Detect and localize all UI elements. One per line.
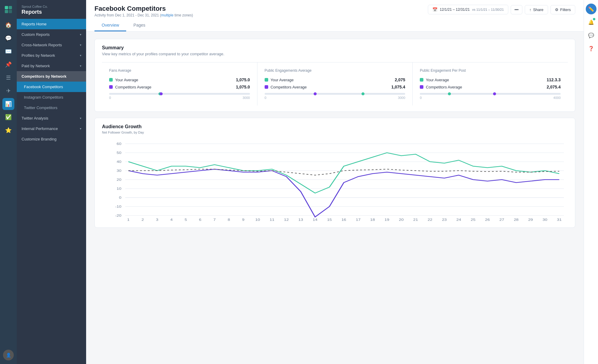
sidebar-item-twitter-analysis[interactable]: Twitter Analysis ▾: [17, 113, 86, 123]
svg-rect-2: [5, 10, 8, 13]
svg-text:60: 60: [117, 142, 121, 146]
comp-marker: [314, 92, 317, 95]
your-average-label: Your Average: [426, 78, 449, 82]
tab-pages[interactable]: Pages: [126, 20, 152, 31]
metric-label: Public Engagement Per Post: [420, 68, 561, 73]
your-average-value: 2,075: [395, 77, 405, 82]
sidebar-item-competitors-by-network[interactable]: Competitors by Network: [17, 71, 86, 82]
sidebar-item-twitter-competitors[interactable]: Twitter Competitors: [17, 103, 86, 113]
metric-public-engagements: Public Engagements Average Your Average …: [257, 62, 413, 105]
page-subtitle: Activity from Dec 1, 2021 - Dec 31, 2021…: [94, 13, 193, 17]
slider-labels: 0 3000: [265, 96, 405, 100]
metric-label: Public Engagements Average: [265, 68, 405, 73]
sidebar-item-label: Twitter Analysis: [22, 116, 48, 120]
sidebar-item-customize-branding[interactable]: Customize Branding: [17, 134, 86, 144]
svg-text:3: 3: [156, 218, 158, 221]
summary-title: Summary: [102, 45, 568, 51]
your-average-label: Your Average: [115, 78, 138, 82]
nav-icon-inbox[interactable]: 💬: [2, 32, 14, 44]
comp-average-row: Competitors Average 1,075.0: [109, 85, 250, 89]
nav-icon-pin[interactable]: 📌: [2, 59, 14, 71]
svg-text:18: 18: [370, 218, 375, 221]
sidebar-item-reports-home[interactable]: Reports Home: [17, 19, 86, 29]
metrics-row: Fans Average Your Average 1,075.0 Compet…: [102, 62, 568, 105]
page-header: Facebook Competitors Activity from Dec 1…: [86, 0, 584, 32]
date-range-button[interactable]: 📅 12/1/21 – 12/31/21 vs 11/1/21 – 11/30/…: [428, 5, 508, 14]
nav-icon-home[interactable]: 🏠: [2, 19, 14, 31]
sidebar-item-label: Internal Performance: [22, 126, 58, 131]
sidebar-item-facebook-competitors[interactable]: Facebook Competitors: [17, 82, 86, 92]
svg-rect-3: [9, 10, 12, 13]
sidebar-item-label: Competitors by Network: [22, 74, 66, 79]
sidebar-item-cross-network[interactable]: Cross-Network Reports ▾: [17, 40, 86, 50]
svg-text:40: 40: [117, 160, 121, 164]
dotted-line: [128, 169, 559, 175]
nav-icon-reports[interactable]: 📊: [2, 98, 14, 110]
svg-rect-1: [9, 6, 12, 9]
slider-labels: 0 4000: [420, 96, 561, 100]
right-icon-compose[interactable]: ✏️: [586, 4, 597, 14]
svg-text:23: 23: [442, 218, 447, 221]
right-icon-chat[interactable]: 💬: [586, 30, 597, 41]
svg-text:10: 10: [255, 218, 260, 221]
svg-text:31: 31: [557, 218, 562, 221]
svg-text:1: 1: [127, 218, 129, 221]
audience-growth-chart: 60 50 40 30 20: [102, 138, 568, 221]
right-icon-help[interactable]: ❓: [586, 43, 597, 54]
right-icon-notifications[interactable]: 🔔: [586, 17, 597, 27]
slider-labels: 0 3000: [109, 96, 250, 100]
section-title: Reports: [22, 9, 81, 15]
ellipsis-icon: •••: [515, 7, 519, 12]
svg-text:14: 14: [313, 218, 318, 221]
sidebar-header: Sprout Coffee Co. Reports: [17, 0, 86, 19]
audience-growth-title: Audience Growth: [102, 124, 568, 129]
svg-text:50: 50: [117, 151, 121, 155]
svg-text:-20: -20: [115, 214, 121, 218]
chart-label: Net Follower Growth, by Day: [102, 131, 568, 134]
nav-icon-send[interactable]: ✈: [2, 85, 14, 97]
header-actions: 📅 12/1/21 – 12/31/21 vs 11/1/21 – 11/30/…: [428, 5, 575, 14]
your-marker: [361, 92, 364, 95]
share-button[interactable]: ↑ Share: [525, 5, 548, 14]
svg-text:27: 27: [499, 218, 504, 221]
teal-line: [128, 153, 559, 193]
filter-label: Filters: [560, 7, 571, 12]
timezone-link[interactable]: multiple: [161, 13, 173, 17]
slider-track: [420, 93, 561, 95]
svg-text:11: 11: [270, 218, 274, 221]
sidebar-item-instagram-competitors[interactable]: Instagram Competitors: [17, 92, 86, 103]
svg-text:19: 19: [385, 218, 389, 221]
your-average-row: Your Average 2,075: [265, 77, 405, 82]
sidebar-item-label: Instagram Competitors: [24, 95, 63, 100]
purple-dot-icon: [265, 85, 268, 89]
nav-icon-list[interactable]: ☰: [2, 72, 14, 84]
teal-dot-icon: [420, 78, 423, 82]
svg-text:16: 16: [341, 218, 346, 221]
svg-text:9: 9: [242, 218, 245, 221]
svg-text:6: 6: [199, 218, 202, 221]
tabs: Overview Pages: [94, 20, 575, 31]
comp-marker: [160, 92, 163, 95]
more-options-button[interactable]: •••: [511, 5, 523, 14]
nav-icon-tasks[interactable]: ✅: [2, 111, 14, 123]
slider-track: [265, 93, 405, 95]
chevron-down-icon: ▾: [80, 33, 81, 36]
nav-icon-compose[interactable]: ✉️: [2, 45, 14, 57]
icon-bar: 🏠 💬 ✉️ 📌 ☰ ✈ 📊 ✅ ⭐ 👤: [0, 0, 17, 364]
sidebar-item-paid-by-network[interactable]: Paid by Network ▾: [17, 61, 86, 71]
tab-overview[interactable]: Overview: [94, 20, 126, 31]
chevron-down-icon: ▾: [80, 117, 81, 120]
filter-button[interactable]: ⚙ Filters: [550, 5, 575, 14]
sidebar: Sprout Coffee Co. Reports Reports Home C…: [17, 0, 86, 364]
user-avatar[interactable]: 👤: [3, 350, 14, 360]
svg-text:21: 21: [413, 218, 418, 221]
chart-container: 60 50 40 30 20: [102, 138, 568, 221]
notification-badge: [593, 18, 595, 20]
nav-icon-star[interactable]: ⭐: [2, 124, 14, 136]
sidebar-item-profiles-by-network[interactable]: Profiles by Network ▾: [17, 50, 86, 61]
content-area: Summary View key metrics of your profile…: [86, 32, 584, 364]
svg-text:4: 4: [170, 218, 173, 221]
sidebar-item-custom-reports[interactable]: Custom Reports ▾: [17, 29, 86, 40]
svg-text:7: 7: [213, 218, 216, 221]
sidebar-item-internal-performance[interactable]: Internal Performance ▾: [17, 123, 86, 134]
